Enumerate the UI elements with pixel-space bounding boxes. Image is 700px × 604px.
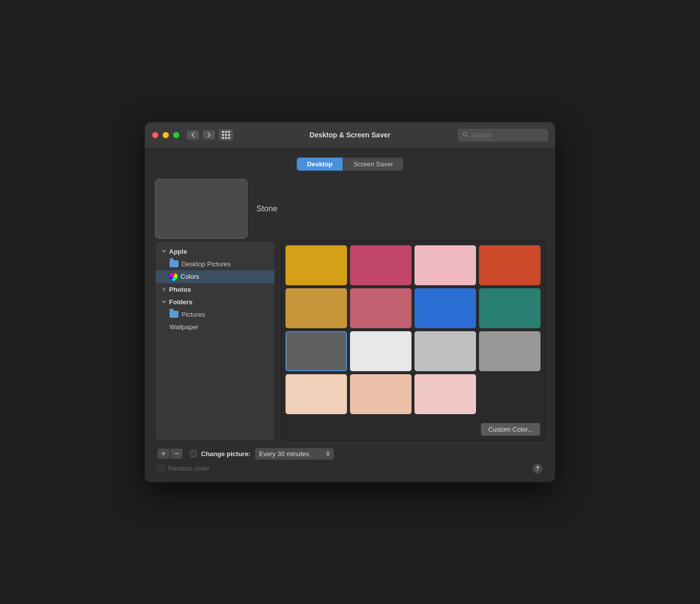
minimize-button[interactable]: [162, 132, 169, 138]
sidebar-section-apple-label: Apple: [169, 248, 187, 255]
color-swatch-12[interactable]: [479, 331, 540, 371]
color-swatch-8[interactable]: [479, 288, 540, 328]
color-swatch-7[interactable]: [414, 288, 476, 328]
color-swatch-14[interactable]: [350, 374, 412, 414]
window-title: Desktop & Screen Saver: [310, 131, 390, 139]
color-swatch-5[interactable]: [286, 288, 347, 328]
search-icon: [462, 132, 468, 138]
chevron-right-icon: [162, 287, 166, 292]
random-order-checkbox[interactable]: [157, 465, 164, 472]
search-input[interactable]: [471, 131, 544, 139]
chevron-down-icon: [162, 249, 166, 254]
bottom-bar: + − Change picture: Every 30 minutes: [155, 448, 545, 460]
color-swatch-3[interactable]: [414, 245, 476, 285]
help-button[interactable]: ?: [532, 463, 543, 474]
back-button[interactable]: [186, 130, 200, 140]
sidebar: Apple Desktop Pictures Colors Photos: [155, 241, 275, 441]
sidebar-item-pictures-label: Pictures: [182, 311, 205, 318]
sidebar-item-colors-label: Colors: [180, 273, 200, 280]
sidebar-item-desktop-pictures-label: Desktop Pictures: [182, 260, 230, 268]
folder-icon: [170, 260, 178, 267]
tabs: Desktop Screen Saver: [155, 157, 545, 171]
color-swatch-4[interactable]: [479, 245, 540, 285]
preview-container: Stone: [155, 179, 545, 239]
app-grid-button[interactable]: [218, 129, 234, 141]
sidebar-item-wallpaper[interactable]: Wallpaper: [156, 321, 274, 333]
sidebar-item-wallpaper-label: Wallpaper: [170, 323, 198, 331]
add-remove-buttons: + −: [157, 448, 183, 459]
tab-desktop[interactable]: Desktop: [296, 157, 343, 171]
color-swatch-13[interactable]: [286, 374, 347, 414]
traffic-lights: [152, 132, 180, 138]
change-picture-label: Change picture:: [201, 450, 250, 458]
color-swatch-10[interactable]: [350, 331, 412, 371]
color-swatch-11[interactable]: [414, 331, 476, 371]
main-panel: Apple Desktop Pictures Colors Photos: [155, 241, 545, 441]
color-grid-container: Custom Color...: [281, 241, 545, 441]
interval-dropdown[interactable]: Every 30 minutes: [254, 448, 334, 460]
color-swatch-1[interactable]: [286, 245, 347, 285]
sidebar-item-colors[interactable]: Colors: [156, 270, 274, 283]
sidebar-item-pictures[interactable]: Pictures: [156, 308, 274, 321]
remove-button[interactable]: −: [170, 448, 183, 459]
color-swatch-6[interactable]: [350, 288, 412, 328]
fullscreen-button[interactable]: [173, 132, 180, 138]
sidebar-section-apple[interactable]: Apple: [156, 245, 274, 258]
add-button[interactable]: +: [157, 448, 170, 459]
main-window: Desktop & Screen Saver Desktop Screen Sa…: [145, 122, 555, 482]
random-order-label: Random order: [168, 465, 210, 472]
search-box[interactable]: [458, 129, 548, 141]
color-swatch-15[interactable]: [414, 374, 476, 414]
color-grid: [286, 245, 540, 414]
preview-name: Stone: [256, 204, 278, 213]
custom-color-button[interactable]: Custom Color...: [480, 423, 540, 436]
change-picture-row: Change picture: Every 30 minutes: [190, 448, 543, 460]
sidebar-section-photos-label: Photos: [169, 286, 191, 293]
sidebar-section-folders-label: Folders: [169, 298, 192, 306]
folder-icon-pictures: [170, 311, 178, 318]
grid-dots-icon: [222, 131, 230, 139]
random-order-row: Random order ?: [155, 463, 545, 474]
nav-buttons: [186, 130, 216, 140]
right-panel: Custom Color...: [281, 241, 545, 441]
forward-button[interactable]: [202, 130, 216, 140]
sidebar-section-photos[interactable]: Photos: [156, 283, 274, 296]
close-button[interactable]: [152, 132, 158, 138]
change-picture-checkbox[interactable]: [190, 450, 197, 457]
titlebar: Desktop & Screen Saver: [145, 122, 555, 148]
interval-label: Every 30 minutes: [259, 450, 309, 458]
chevron-down-icon-2: [162, 299, 166, 304]
content-area: Desktop Screen Saver Stone Apple Desktop…: [145, 148, 555, 482]
svg-line-1: [466, 135, 468, 137]
color-swatch-9[interactable]: [286, 331, 347, 371]
bottom-section: + − Change picture: Every 30 minutes: [155, 441, 545, 474]
preview-thumbnail: [155, 179, 248, 239]
color-swatch-2[interactable]: [350, 245, 412, 285]
dropdown-arrow-icon: [326, 451, 330, 456]
color-wheel-icon: [170, 273, 178, 281]
tab-screen-saver[interactable]: Screen Saver: [343, 157, 404, 171]
sidebar-section-folders[interactable]: Folders: [156, 296, 274, 308]
sidebar-item-desktop-pictures[interactable]: Desktop Pictures: [156, 258, 274, 270]
